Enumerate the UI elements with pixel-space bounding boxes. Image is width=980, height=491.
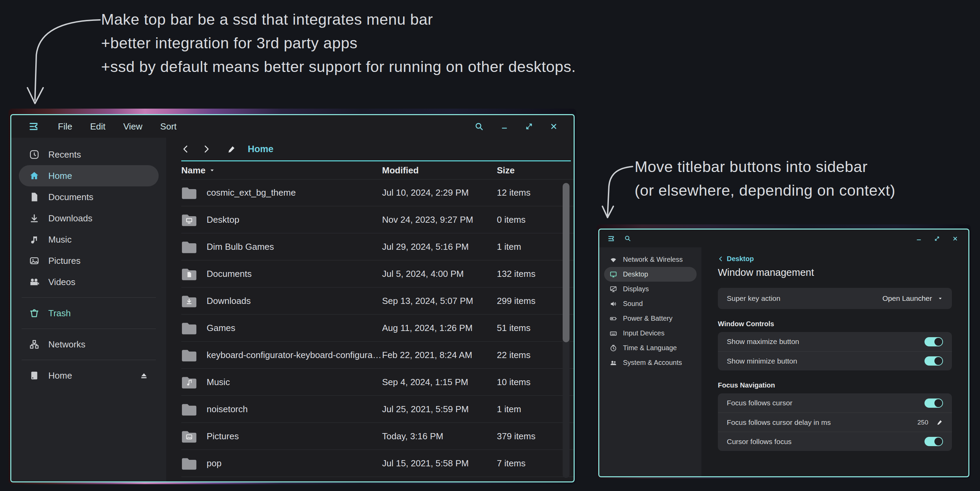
column-header-size[interactable]: Size <box>497 165 558 176</box>
file-name: Documents <box>207 269 252 279</box>
table-row[interactable]: Music Sep 4, 2024, 1:15 PM 10 items <box>181 369 574 396</box>
table-row[interactable]: Desktop Nov 24, 2023, 9:27 PM 0 items <box>181 206 574 234</box>
sidebar-item-label: Music <box>48 234 72 245</box>
file-size: 1 item <box>497 404 558 415</box>
edit-pencil-icon[interactable] <box>937 419 943 426</box>
file-name: Downloads <box>207 296 251 306</box>
sidebar-item-label: Trash <box>48 308 71 319</box>
sidebar-item-label: Desktop <box>623 270 648 278</box>
sidebar-item-downloads[interactable]: Downloads <box>19 208 159 229</box>
table-row[interactable]: pop Jul 15, 2021, 5:58 PM 7 items <box>181 450 574 477</box>
network-icon <box>29 339 40 350</box>
table-row[interactable]: keyboard-configurator-keyboard-configura… <box>181 342 574 369</box>
eject-icon[interactable] <box>140 371 148 380</box>
back-breadcrumb[interactable]: Desktop <box>718 255 953 263</box>
sidebar-item-networks[interactable]: Networks <box>19 334 159 355</box>
file-size: 1 item <box>497 242 558 252</box>
file-size: 22 items <box>497 350 558 361</box>
file-size: 51 items <box>497 323 558 334</box>
sidebar-item-sound[interactable]: Sound <box>604 296 697 311</box>
sidebar-item-label: Pictures <box>48 256 81 266</box>
sidebar-item-input-devices[interactable]: Input Devices <box>604 326 697 341</box>
menu-sort[interactable]: Sort <box>161 121 177 132</box>
menu-bar: File Edit View Sort <box>58 121 177 132</box>
mockup-canvas: Make top bar be a ssd that integrates me… <box>0 0 980 491</box>
table-row[interactable]: Games Aug 11, 2024, 1:26 PM 51 items <box>181 315 574 342</box>
super-key-dropdown[interactable]: Open Launcher <box>882 294 943 303</box>
users-icon <box>609 359 617 367</box>
column-header-name[interactable]: Name <box>181 165 205 176</box>
menu-file[interactable]: File <box>58 121 72 132</box>
table-row[interactable]: cosmic_ext_bg_theme Jul 10, 2024, 2:29 P… <box>181 179 574 206</box>
setting-label: Focus follows cursor delay in ms <box>727 418 830 427</box>
sidebar-item-music[interactable]: Music <box>19 229 159 250</box>
sidebar-item-power-battery[interactable]: Power & Battery <box>604 311 697 326</box>
annotation-right: Move titlebar buttons into sidebar (or e… <box>635 155 896 202</box>
back-icon[interactable] <box>181 145 190 154</box>
breadcrumb[interactable]: Home <box>248 144 274 154</box>
focus-follows-cursor-toggle[interactable] <box>924 399 943 408</box>
close-button[interactable] <box>550 122 558 130</box>
sidebar-item-pictures[interactable]: Pictures <box>19 250 159 272</box>
annotation-line: +better integration for 3rd party apps <box>101 31 576 55</box>
sidebar-item-system-accounts[interactable]: System & Accounts <box>604 355 697 370</box>
table-row[interactable]: Dim Bulb Games Jul 29, 2024, 5:16 PM 1 i… <box>181 234 574 261</box>
maximize-button[interactable] <box>525 122 533 130</box>
sidebar-item-home-drive[interactable]: Home <box>19 365 159 386</box>
file-modified: Feb 22, 2021, 8:24 AM <box>382 350 497 361</box>
settings-titlebar[interactable] <box>599 230 968 247</box>
displays-icon <box>609 285 617 293</box>
sidebar-item-label: System & Accounts <box>623 359 682 367</box>
sort-descending-icon[interactable] <box>209 167 215 173</box>
table-row[interactable]: Pictures Today, 3:16 PM 379 items <box>181 423 574 450</box>
keyboard-icon <box>609 330 617 337</box>
sidebar-item-time-language[interactable]: Time & Language <box>604 341 697 355</box>
minimize-button[interactable] <box>916 236 922 242</box>
edit-path-icon[interactable] <box>227 145 236 154</box>
file-size: 10 items <box>497 377 558 388</box>
folder-icon <box>181 186 197 199</box>
back-label: Desktop <box>727 255 754 263</box>
trash-icon <box>29 308 40 318</box>
forward-icon[interactable] <box>202 145 211 154</box>
folder-desktop-icon <box>181 213 197 226</box>
search-icon[interactable] <box>474 122 484 131</box>
file-modified: Aug 11, 2024, 1:26 PM <box>382 323 497 334</box>
search-icon[interactable] <box>624 235 631 242</box>
menu-edit[interactable]: Edit <box>90 121 105 132</box>
minimize-button[interactable] <box>500 122 509 130</box>
scrollbar[interactable] <box>563 183 570 478</box>
table-row[interactable]: Downloads Sep 13, 2024, 5:07 PM 299 item… <box>181 288 574 315</box>
menu-view[interactable]: View <box>123 121 143 132</box>
scrollbar-thumb[interactable] <box>563 183 570 342</box>
close-button[interactable] <box>952 236 958 242</box>
annotation-line: (or elsewhere, depending on context) <box>635 178 896 202</box>
sidebar-item-desktop[interactable]: Desktop <box>604 267 697 282</box>
sidebar-item-displays[interactable]: Displays <box>604 282 697 296</box>
file-modified: Today, 3:16 PM <box>382 431 497 442</box>
file-list: cosmic_ext_bg_theme Jul 10, 2024, 2:29 P… <box>181 179 574 481</box>
divider <box>22 297 156 298</box>
table-row[interactable]: noisetorch Jul 25, 2021, 5:59 PM 1 item <box>181 396 574 423</box>
sidebar-item-home[interactable]: Home <box>19 165 159 186</box>
file-name: Desktop <box>207 215 239 225</box>
sidebar-item-recents[interactable]: Recents <box>19 144 159 165</box>
files-content: Home Name Modified Size <box>166 138 574 481</box>
show-maximize-toggle[interactable] <box>924 337 943 346</box>
sidebar-item-network-wireless[interactable]: Network & Wireless <box>604 252 697 267</box>
path-bar: Home <box>181 138 574 160</box>
sidebar-item-trash[interactable]: Trash <box>19 303 159 324</box>
table-row[interactable]: Documents Jul 5, 2024, 4:00 PM 132 items <box>181 261 574 288</box>
speaker-icon <box>609 300 617 308</box>
cursor-follows-focus-toggle[interactable] <box>924 437 943 446</box>
setting-label: Super key action <box>727 294 780 303</box>
show-minimize-toggle[interactable] <box>924 356 943 365</box>
maximize-button[interactable] <box>934 236 940 242</box>
sidebar-item-documents[interactable]: Documents <box>19 186 159 208</box>
settings-content: Desktop Window management Super key acti… <box>702 247 968 476</box>
files-titlebar[interactable]: File Edit View Sort <box>11 115 574 138</box>
sidebar-item-videos[interactable]: Videos <box>19 272 159 292</box>
file-modified: Jul 25, 2021, 5:59 PM <box>382 404 497 415</box>
column-header-modified[interactable]: Modified <box>382 165 497 176</box>
table-header: Name Modified Size <box>181 161 574 179</box>
